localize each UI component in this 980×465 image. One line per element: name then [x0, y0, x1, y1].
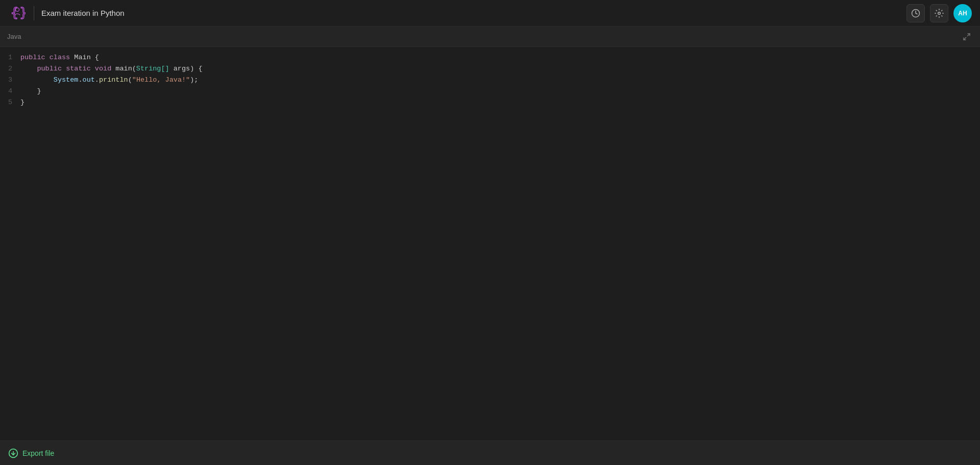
avatar[interactable]: AH	[953, 4, 972, 22]
navbar: { } Exam iteration in Python AH	[0, 0, 980, 27]
code-line: 4 }	[0, 86, 980, 97]
export-icon	[8, 448, 18, 458]
navbar-divider	[34, 6, 34, 20]
language-label: Java	[7, 33, 21, 40]
code-line: 1 public class Main {	[0, 52, 980, 63]
editor-container: Java 1 public class Main { 2 public stat…	[0, 27, 980, 440]
settings-button[interactable]	[930, 4, 948, 22]
navbar-left: { } Exam iteration in Python	[8, 4, 906, 22]
page-title: Exam iteration in Python	[41, 9, 125, 17]
svg-line-6	[964, 37, 966, 40]
editor-header: Java	[0, 27, 980, 47]
expand-button[interactable]	[961, 31, 973, 43]
navbar-right: AH	[906, 4, 972, 22]
code-line: 5 }	[0, 97, 980, 108]
svg-text:{: {	[11, 5, 18, 20]
export-button[interactable]: Export file	[8, 448, 54, 458]
code-line: 2 public static void main(String[] args)…	[0, 63, 980, 75]
code-line: 3 System.out.println("Hello, Java!");	[0, 75, 980, 86]
code-editor[interactable]: 1 public class Main { 2 public static vo…	[0, 47, 980, 440]
clock-button[interactable]	[906, 4, 925, 22]
logo-icon: { }	[8, 4, 27, 22]
bottom-bar: Export file	[0, 440, 980, 465]
svg-line-5	[967, 34, 970, 36]
export-label: Export file	[22, 449, 54, 457]
svg-text:}: }	[19, 5, 26, 20]
svg-point-4	[938, 12, 941, 14]
